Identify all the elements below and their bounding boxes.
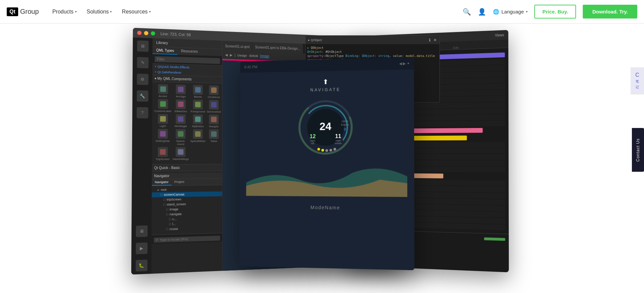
logo-qt-text: Qt: [9, 9, 15, 15]
contact-us-tab[interactable]: Contact Us: [632, 128, 644, 172]
svg-point-19: [325, 149, 328, 152]
app-window: 9:45 PM ◀ ▶ ✦ ⬆ NAVIGATE: [239, 58, 415, 270]
floating-sidebar: C 笔 记: [631, 67, 644, 94]
list-item: EBikeDes: [173, 99, 189, 113]
sidebar-grid-icon[interactable]: ⊞: [137, 40, 148, 52]
list-item: CustomLabel: [154, 99, 171, 113]
toolbar-fwd[interactable]: ▶: [230, 53, 232, 57]
filter-input[interactable]: [155, 56, 220, 64]
component-grid: ArcAni ArcSign BkInfo CircleIcon: [152, 82, 222, 163]
svg-point-20: [329, 149, 332, 152]
svg-text:mph: mph: [310, 139, 315, 142]
debug-close-icon[interactable]: ✕: [433, 38, 437, 42]
list-item: Foreground: [190, 100, 206, 113]
navbar: Qt Group Products ▾ Solutions ▾ Resource…: [0, 0, 644, 24]
svg-text:left: left: [311, 142, 314, 144]
logo-group-text: Group: [20, 8, 39, 15]
mode-name: ModeName: [311, 205, 340, 210]
app-bottom-wave: [246, 163, 407, 197]
debug-header: ▸ QObject ℹ ✕: [306, 36, 439, 44]
app-body: ⬆ NAVIGATE 24: [239, 69, 415, 270]
progress-green: [484, 237, 505, 240]
navigate-header: ⬆ NAVIGATE: [310, 77, 341, 92]
navigator-tree: ▸ root □ screenCanvas □ tripScreen □: [152, 185, 222, 233]
svg-text:mph: mph: [335, 139, 341, 142]
list-item: CircleIcon: [207, 85, 221, 99]
nav-resources[interactable]: Resources ▾: [122, 9, 150, 15]
toolbar-back[interactable]: ◀: [225, 53, 228, 57]
list-item: ArcSign: [173, 85, 189, 98]
svg-text:0: 0: [344, 128, 346, 131]
tab-design-active[interactable]: Design: [260, 54, 270, 58]
user-icon[interactable]: 👤: [478, 8, 486, 16]
list-item: Speed-round: [173, 129, 189, 146]
svg-text:11: 11: [335, 133, 341, 139]
list-item: TripScreen: [154, 147, 171, 161]
logo-link[interactable]: Qt Group: [7, 7, 39, 16]
main-content: Line: 723, Col: 58 ⊞ ✎ ⚙ 🔧 ? 🖥 ▶ 🐛: [0, 24, 644, 293]
type-to-locate-input[interactable]: [154, 236, 220, 243]
list-item: McAltegle: [173, 114, 189, 128]
nav-solutions[interactable]: Solutions ▾: [87, 9, 112, 15]
library-panel: Library QML Types Resources + QtQuick.St…: [151, 38, 223, 273]
sidebar-help-icon[interactable]: ?: [137, 107, 148, 119]
sidebar-tool-icon[interactable]: 🔧: [137, 90, 148, 102]
globe-icon: 🌐: [493, 9, 499, 15]
list-item: ViewSettings: [173, 147, 189, 161]
tab-project[interactable]: Project: [172, 179, 187, 186]
gauge-svg: 24 12 mph left 11 mph remain 0: [295, 97, 356, 158]
list-item: SpeedMeter: [190, 129, 205, 146]
chevron-down-icon: ▾: [75, 10, 77, 13]
sidebar-play-icon[interactable]: ▶: [136, 242, 147, 254]
editor-tab-qml[interactable]: Screen01.ui.qml: [222, 41, 253, 52]
svg-point-17: [317, 148, 320, 151]
svg-point-18: [321, 149, 324, 152]
search-icon[interactable]: 🔍: [463, 8, 471, 16]
debug-info-icon[interactable]: ℹ: [429, 38, 431, 42]
chevron-down-icon: ▾: [149, 10, 151, 13]
minimize-button[interactable]: [144, 31, 148, 35]
list-item: Light: [154, 114, 171, 128]
svg-text:Export: Export: [341, 123, 349, 126]
list-item: NavgSc: [207, 115, 221, 128]
list-item: Tabar: [207, 129, 221, 146]
screenshot-container: Line: 723, Col: 58 ⊞ ✎ ⚙ 🔧 ? 🖥 ▶ 🐛: [137, 32, 507, 285]
sidebar-edit-icon[interactable]: ✎: [137, 57, 148, 68]
editor-tab-screen01[interactable]: Screen01.qml is EBik-Design...: [252, 42, 303, 54]
tab-navigator[interactable]: Navigator: [152, 179, 171, 186]
list-item: BkInfo: [190, 85, 206, 98]
language-selector[interactable]: 🌐 Language ▾: [493, 9, 528, 15]
chevron-down-icon: ▾: [526, 10, 528, 13]
c-notes-icon[interactable]: C 笔 记: [631, 67, 644, 94]
logo-box: Qt: [7, 7, 18, 16]
list-item: GeneralSet: [207, 100, 221, 113]
list-item: ArcAni: [154, 84, 171, 98]
views-label: Views: [495, 33, 504, 37]
navigator-tabs: Navigator Project: [152, 179, 222, 186]
list-item: SettingStar: [154, 129, 171, 146]
chevron-down-icon: ▾: [110, 10, 112, 13]
debug-title: ▸ QObject: [308, 38, 322, 42]
sidebar-gear-icon[interactable]: ⚙: [137, 74, 148, 85]
tab-resources[interactable]: Resources: [178, 47, 201, 56]
maximize-button[interactable]: [151, 31, 155, 36]
gauge-section: 24 12 mph left 11 mph remain 0: [295, 97, 356, 158]
qt-quick-basic-header: Qt Quick - Basic: [152, 164, 222, 172]
nav-links: Products ▾ Solutions ▾ Resources ▾: [52, 9, 463, 15]
download-button[interactable]: Download. Try.: [583, 5, 637, 19]
svg-text:100%: 100%: [342, 120, 348, 123]
sidebar-monitor-icon[interactable]: 🖥: [136, 225, 147, 237]
svg-text:12: 12: [310, 133, 316, 139]
ide-sidebar: ⊞ ✎ ⚙ 🔧 ? 🖥 ▶ 🐛: [131, 37, 153, 274]
sidebar-bug-icon[interactable]: 🐛: [136, 260, 147, 271]
list-item: MyButton: [190, 115, 205, 128]
nav-products[interactable]: Products ▾: [52, 9, 76, 15]
close-button[interactable]: [137, 31, 142, 35]
tab-qml-types[interactable]: QML Types: [152, 47, 177, 55]
navigator-header: Navigator: [152, 172, 222, 179]
compass-icon: ⬆: [323, 78, 328, 86]
svg-text:24: 24: [319, 120, 331, 133]
ide-title-text: Line: 723, Col: 58: [160, 32, 191, 37]
svg-point-21: [333, 148, 336, 151]
price-button[interactable]: Price. Buy.: [534, 5, 576, 19]
